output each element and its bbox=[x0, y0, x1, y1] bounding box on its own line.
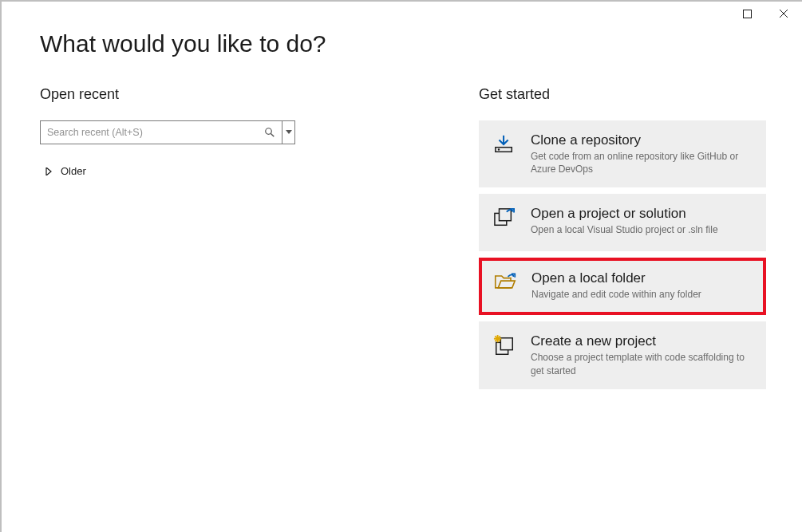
card-desc: Choose a project template with code scaf… bbox=[531, 351, 753, 376]
card-clone-repository[interactable]: Clone a repository Get code from an onli… bbox=[479, 120, 766, 187]
window-close-button[interactable] bbox=[765, 2, 802, 26]
svg-rect-13 bbox=[500, 338, 512, 350]
window-titlebar bbox=[729, 2, 802, 26]
svg-marker-6 bbox=[46, 167, 51, 175]
svg-point-3 bbox=[266, 128, 272, 135]
open-project-icon bbox=[492, 206, 516, 239]
window-maximize-button[interactable] bbox=[729, 2, 765, 26]
svg-rect-0 bbox=[743, 10, 751, 18]
recent-group-older[interactable]: Older bbox=[40, 165, 295, 177]
card-desc: Open a local Visual Studio project or .s… bbox=[531, 223, 753, 236]
search-recent-input[interactable] bbox=[45, 121, 263, 144]
search-recent-box[interactable] bbox=[40, 120, 282, 144]
card-create-new-project[interactable]: Create a new project Choose a project te… bbox=[479, 321, 766, 388]
svg-line-4 bbox=[271, 133, 274, 136]
card-desc: Get code from an online repository like … bbox=[531, 150, 753, 175]
recent-group-label: Older bbox=[61, 165, 86, 177]
svg-point-8 bbox=[498, 148, 500, 150]
clone-repository-icon bbox=[492, 132, 516, 175]
card-title: Create a new project bbox=[531, 333, 753, 349]
card-title: Open a local folder bbox=[531, 270, 752, 286]
card-title: Open a project or solution bbox=[531, 206, 753, 222]
card-desc: Navigate and edit code within any folder bbox=[531, 288, 752, 301]
chevron-right-icon bbox=[45, 167, 53, 175]
get-started-heading: Get started bbox=[479, 86, 766, 103]
card-title: Clone a repository bbox=[531, 132, 753, 148]
card-open-local-folder[interactable]: Open a local folder Navigate and edit co… bbox=[479, 258, 766, 315]
open-recent-heading: Open recent bbox=[40, 86, 295, 103]
open-local-folder-icon bbox=[493, 270, 517, 302]
svg-marker-5 bbox=[286, 130, 292, 134]
create-new-project-icon bbox=[492, 333, 516, 376]
card-open-project[interactable]: Open a project or solution Open a local … bbox=[479, 194, 766, 251]
search-icon[interactable] bbox=[263, 127, 277, 138]
page-title: What would you like to do? bbox=[40, 30, 764, 57]
search-recent-dropdown[interactable] bbox=[282, 120, 295, 144]
